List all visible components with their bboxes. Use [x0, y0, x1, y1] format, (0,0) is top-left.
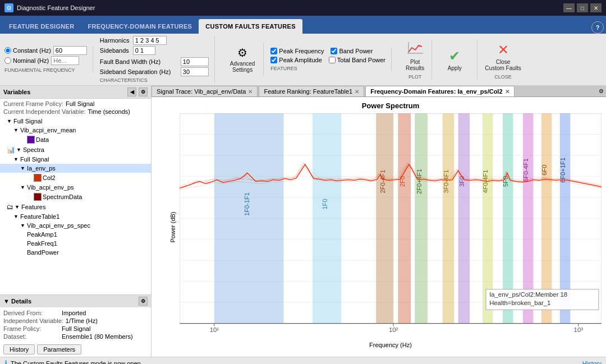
- history-button[interactable]: History: [3, 344, 35, 354]
- independent-var-val: Time (seconds): [88, 108, 130, 115]
- total-band-power-checkbox[interactable]: [329, 57, 336, 63]
- tree-spectra[interactable]: 📊 ▼Spectra: [0, 145, 151, 155]
- details-settings-btn[interactable]: ⚙: [139, 297, 148, 306]
- restore-button[interactable]: □: [577, 3, 588, 12]
- total-band-power-checkbox-label[interactable]: Total Band Power: [329, 57, 385, 63]
- doc-tab-freq-domain[interactable]: Frequency-Domain Features: Ia_env_ps/Col…: [365, 86, 514, 96]
- nominal-freq-input[interactable]: [51, 56, 79, 65]
- peak-freq-checkbox-label[interactable]: Peak Frequency: [270, 48, 324, 54]
- independent-var-key: Current Independent Variable:: [3, 108, 86, 115]
- constant-radio-label[interactable]: Constant (Hz): [4, 47, 51, 54]
- tree-data[interactable]: Data: [0, 135, 151, 145]
- tree-ia-env-ps[interactable]: ▼Ia_env_ps: [0, 164, 151, 173]
- chart-area: Power Spectrum Power (dB): [152, 97, 606, 357]
- tree-full-signal-1[interactable]: ▼Full Signal: [0, 117, 151, 126]
- sidebar: Variables ◀ ⚙ Current Frame Policy: Full…: [0, 86, 152, 357]
- tree-vib-spec[interactable]: ▼Vib_acpi_env_ps_spec: [0, 221, 151, 230]
- svg-text:1F0-1F1: 1F0-1F1: [244, 192, 250, 216]
- apply-button[interactable]: ✔ Apply: [442, 45, 467, 74]
- col2-color-box: [34, 174, 42, 182]
- frame-policy-key: Current Frame Policy:: [3, 100, 63, 107]
- sidebands-label: Sidebands: [100, 47, 131, 54]
- main-tab-bar: FEATURE DESIGNER FREQUENCY-DOMAIN FEATUR…: [0, 16, 606, 34]
- advanced-settings-icon: ⚙: [237, 46, 247, 59]
- sidebar-settings-btn[interactable]: ⚙: [139, 87, 148, 96]
- frame-policy-row: Frame Policy: Full Signal: [3, 325, 148, 333]
- tab-custom-faults[interactable]: CUSTOM FAULTS FEATURES: [199, 19, 302, 34]
- doc-tab-feature-ranking[interactable]: Feature Ranking: FeatureTable1 ✕: [259, 86, 364, 96]
- chart-title: Power Spectrum: [180, 102, 602, 110]
- status-bar: ℹ The Custom Faults Features mode is now…: [0, 357, 606, 364]
- sidebar-collapse-btn[interactable]: ◀: [127, 87, 136, 96]
- harmonics-input[interactable]: [133, 36, 167, 45]
- svg-rect-0: [407, 42, 423, 54]
- app-title: Diagnostic Feature Designer: [17, 4, 560, 11]
- sidebands-input[interactable]: [133, 46, 155, 55]
- svg-text:10²: 10²: [389, 326, 398, 333]
- tree-band-power[interactable]: BandPower: [0, 248, 151, 257]
- status-message: The Custom Faults Features mode is now o…: [11, 360, 143, 365]
- peak-freq-checkbox[interactable]: [270, 48, 277, 54]
- document-tabs: Signal Trace: Vib_acpi_env/Data ✕ Featur…: [152, 86, 606, 97]
- variable-tree: ▼Full Signal ▼Vib_acpi_env_mean Data 📊 ▼…: [0, 117, 151, 294]
- window-controls: — □ ✕: [563, 3, 602, 12]
- fault-band-input[interactable]: [181, 57, 209, 66]
- close-custom-faults-button[interactable]: ✕ Close Custom Faults: [481, 39, 525, 74]
- band-power-checkbox[interactable]: [330, 48, 337, 54]
- tree-peak-amp[interactable]: PeakAmp1: [0, 230, 151, 239]
- parameters-button[interactable]: Parameters: [37, 344, 81, 354]
- tab-feature-designer[interactable]: FEATURE DESIGNER: [2, 19, 81, 34]
- tab-frequency-domain[interactable]: FREQUENCY-DOMAIN FEATURES: [81, 19, 199, 34]
- history-link[interactable]: History: [582, 360, 602, 365]
- nominal-radio[interactable]: [4, 57, 11, 64]
- close-custom-faults-icon: ✕: [498, 42, 509, 58]
- advanced-settings-button[interactable]: ⚙ Advanced Settings: [226, 43, 259, 76]
- svg-rect-26: [313, 113, 342, 324]
- nominal-radio-label[interactable]: Nominal (Hz): [4, 57, 49, 64]
- svg-text:2F0: 2F0: [399, 176, 406, 187]
- svg-rect-28: [398, 113, 411, 324]
- doc-tab-signal-trace[interactable]: Signal Trace: Vib_acpi_env/Data ✕: [152, 86, 258, 96]
- tree-features[interactable]: 🗂 ▼Features: [0, 202, 151, 212]
- sideband-sep-input[interactable]: [181, 67, 209, 76]
- fault-band-label: Fault Band Width (Hz): [100, 58, 178, 65]
- minimize-button[interactable]: —: [563, 3, 575, 12]
- plot-results-button[interactable]: Plot Results: [402, 39, 428, 74]
- tree-feature-table[interactable]: ▼FeatureTable1: [0, 212, 151, 221]
- tree-col2[interactable]: Col2: [0, 173, 151, 183]
- independent-var-row: Independent Variable: 1/Time (Hz): [3, 317, 148, 325]
- help-button[interactable]: ?: [591, 21, 604, 34]
- svg-text:6F0: 6F0: [541, 165, 548, 176]
- svg-rect-30: [443, 113, 454, 324]
- spectrum-color-box: [34, 193, 42, 201]
- constant-freq-input[interactable]: [53, 46, 87, 55]
- advanced-settings-label: Advanced Settings: [230, 61, 255, 73]
- tree-full-signal-2[interactable]: ▼Full Signal: [0, 155, 151, 164]
- tree-peak-freq[interactable]: PeakFreq1: [0, 239, 151, 248]
- data-color-box: [27, 136, 35, 144]
- tree-vib-mean[interactable]: ▼Vib_acpi_env_mean: [0, 126, 151, 135]
- harmonics-label: Harmonics: [100, 37, 131, 44]
- doc-tab-feature-ranking-close[interactable]: ✕: [355, 89, 359, 95]
- band-power-checkbox-label[interactable]: Band Power: [330, 48, 373, 54]
- sideband-sep-label: Sideband Separation (Hz): [100, 68, 178, 75]
- tree-vib-ps[interactable]: ▼Vib_acpi_env_ps: [0, 183, 151, 192]
- doc-tab-signal-trace-close[interactable]: ✕: [248, 89, 252, 95]
- doc-tab-freq-domain-close[interactable]: ✕: [505, 89, 509, 95]
- doc-tab-gear-icon[interactable]: ⚙: [596, 86, 606, 96]
- tree-spectrum-data[interactable]: SpectrumData: [0, 192, 151, 202]
- variables-header: Variables ◀ ⚙: [0, 86, 151, 99]
- characteristics-section-label: CHARACTERISTICS: [100, 77, 209, 83]
- variables-title: Variables: [3, 89, 30, 95]
- constant-radio[interactable]: [4, 47, 11, 54]
- peak-amp-checkbox[interactable]: [270, 57, 277, 63]
- svg-text:Health=broken_bar_1: Health=broken_bar_1: [489, 300, 550, 306]
- main-layout: Variables ◀ ⚙ Current Frame Policy: Full…: [0, 86, 606, 357]
- peak-amp-checkbox-label[interactable]: Peak Amplitude: [270, 57, 322, 63]
- close-button[interactable]: ✕: [590, 3, 602, 12]
- chart-svg: 0 -10 -20 -30 -40 -50 -60 -70 -80 -90 -1…: [180, 113, 602, 340]
- svg-text:10³: 10³: [574, 326, 584, 333]
- frame-info: Current Frame Policy: Full Signal Curren…: [0, 99, 151, 117]
- details-header: ▼ Details ⚙: [0, 295, 151, 307]
- close-custom-faults-label: Close Custom Faults: [485, 59, 521, 71]
